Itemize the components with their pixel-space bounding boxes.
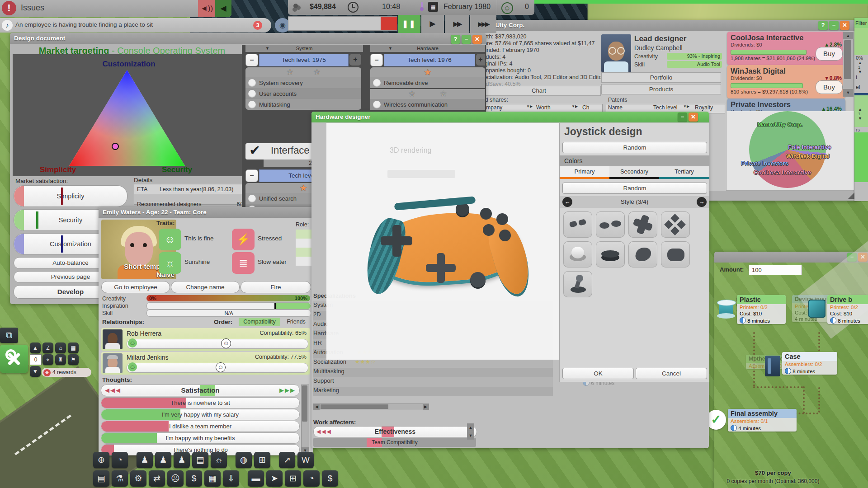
node-plastic[interactable]: Plastic Printers: 0/2 Cost: $10 8 minute…	[718, 295, 786, 324]
ok-button[interactable]: OK	[562, 368, 634, 379]
role-option[interactable]	[296, 257, 313, 266]
role-option[interactable]	[296, 239, 313, 248]
team-icon[interactable]: ♟	[155, 452, 171, 468]
style-option-discs[interactable]	[596, 211, 625, 238]
scroll-down-icon[interactable]: ▼	[843, 89, 853, 96]
amount-input[interactable]: 100	[749, 265, 802, 275]
checkbox-icon[interactable]	[248, 101, 256, 108]
card-icon[interactable]: ▬	[248, 470, 264, 487]
courier-icon[interactable]: ➤	[266, 470, 283, 487]
checkbox-icon[interactable]	[248, 195, 256, 202]
neutral-face-icon[interactable]: ☺	[216, 362, 226, 372]
tools-wrench-button[interactable]	[0, 345, 28, 373]
tab-secondary[interactable]: Secondary	[609, 166, 659, 179]
resize-handle[interactable]	[848, 192, 854, 199]
random-color-button[interactable]: Random	[562, 183, 707, 194]
relationship-slider[interactable]: ☺ ☺	[127, 363, 308, 373]
category-header-system[interactable]: ▼ System	[245, 45, 363, 52]
grid-icon[interactable]: ▦	[68, 343, 79, 353]
col-royalty[interactable]: Royalty	[695, 104, 713, 111]
fire-button[interactable]: Fire	[241, 281, 311, 293]
finance-icon[interactable]: $	[322, 470, 338, 487]
horizontal-scrollbar[interactable]: ◀ ▶	[313, 404, 429, 410]
research-flask-icon[interactable]: ⚗	[112, 470, 128, 487]
tech-decrease-button[interactable]: −	[245, 54, 258, 66]
tech-increase-button[interactable]: +	[349, 54, 361, 66]
collapse-icon[interactable]: ▼	[265, 45, 269, 52]
transfer-icon[interactable]: ⇄	[149, 470, 165, 487]
macroulty-titlebar[interactable]: MacroUlty Corp.	[473, 20, 857, 31]
order-compatibility-tab[interactable]: Compatibility	[239, 318, 280, 326]
help-button[interactable]: ?	[451, 35, 460, 44]
hardware-designer-titlebar[interactable]: Hardware designer	[311, 112, 709, 122]
style-option-dpad[interactable]	[628, 211, 657, 238]
chart-tab[interactable]: Chart	[477, 86, 601, 96]
stocks-scrollbar[interactable]: ▲ ▼	[843, 32, 854, 97]
relationship-row[interactable]: Millard Jenkins Compatibility: 77.5% ☺ ☺	[101, 352, 310, 375]
buy-button[interactable]: Buy	[816, 47, 843, 61]
spec-row[interactable]: Multitasking	[313, 368, 553, 377]
feature-item[interactable]: User accounts	[245, 88, 361, 99]
style-next-icon[interactable]: →	[697, 197, 707, 207]
sort-icon[interactable]: ▼▶	[683, 104, 689, 108]
thoughts-scrollbar[interactable]: ▼	[301, 385, 309, 454]
rotate-icon[interactable]: Z	[42, 343, 53, 353]
distribution-pie-icon[interactable]: ◔	[303, 470, 320, 487]
relationship-row[interactable]: Rob Herrera Compatibility: 65% ☺ ☺	[101, 328, 310, 351]
edge-stepper[interactable]: ▲1▼	[854, 95, 868, 121]
checkbox-icon[interactable]	[248, 79, 256, 87]
employee-titlebar[interactable]: Emily Waters - Age: 22 - Team: Core	[99, 207, 313, 218]
scroll-thumb[interactable]	[302, 385, 307, 422]
minimize-button[interactable]: −	[462, 35, 471, 44]
mute-speaker-icon[interactable]: ◄))	[198, 0, 215, 17]
col-worth[interactable]: Worth	[536, 104, 551, 111]
cancel-button[interactable]: Cancel	[636, 368, 707, 379]
relationship-slider[interactable]: ☺ ☺	[127, 339, 308, 349]
stock-card-cooljosa[interactable]: CoolJosa Interactive Dividends: $0 ▲2.8%…	[727, 32, 845, 65]
feature-item[interactable]: Removable drive	[370, 77, 485, 88]
style-option-puck[interactable]	[596, 241, 625, 267]
node-case[interactable]: Case Assemblers: 0/2 8 minutes	[765, 352, 837, 375]
change-name-button[interactable]: Change name	[171, 281, 240, 293]
spec-row[interactable]: Socialization★★★☆	[313, 358, 553, 368]
feature-item[interactable]: Wireless communication	[370, 99, 485, 110]
vertical-stepper[interactable]: ▲ ▼	[467, 423, 474, 439]
feature-item[interactable]: Multitasking	[245, 99, 361, 110]
go-to-employee-button[interactable]: Go to employee	[101, 281, 170, 293]
flag-icon[interactable]: ⚑	[68, 354, 79, 365]
chart-up-icon[interactable]: ↗	[279, 452, 295, 468]
node-drive[interactable]: Drive b Printers: 0/2 Cost: $10 8 minute…	[809, 295, 868, 324]
effectiveness-row[interactable]: ◀◀◀ ▶ Effectiveness	[313, 426, 477, 437]
col-change[interactable]: Ch	[582, 104, 589, 111]
tech-decrease-button[interactable]: −	[370, 54, 383, 66]
neutral-face-icon[interactable]: ☺	[221, 338, 231, 348]
tab-primary[interactable]: Primary	[560, 166, 609, 179]
buy-button[interactable]: Buy	[816, 80, 843, 94]
salary-icon[interactable]: $	[186, 470, 202, 487]
home-icon[interactable]: ⌂	[55, 343, 66, 353]
checkbox-icon[interactable]	[373, 79, 381, 87]
ledger-icon[interactable]: ⊞	[285, 470, 301, 487]
joystick-3d-preview[interactable]	[367, 186, 530, 322]
role-option[interactable]	[296, 230, 313, 239]
scroll-thumb[interactable]	[321, 404, 388, 409]
tab-tertiary[interactable]: Tertiary	[659, 166, 709, 179]
layers-icon[interactable]: ⧉	[0, 328, 18, 343]
collapse-icon[interactable]: ▼	[388, 45, 392, 52]
help-button[interactable]: ?	[818, 21, 828, 30]
fast-forward-button[interactable]: ▶▶	[445, 15, 469, 33]
minimize-button[interactable]: −	[678, 113, 687, 122]
minimize-button[interactable]: −	[829, 21, 839, 30]
random-design-button[interactable]: Random	[562, 142, 707, 153]
document-icon[interactable]: ▤	[93, 470, 109, 487]
download-icon[interactable]: ⇩	[223, 470, 239, 487]
scroll-up-icon[interactable]: ▲	[843, 32, 853, 39]
fastest-forward-button[interactable]: ▶▶▶	[470, 15, 496, 33]
sort-icon[interactable]: ▼▶	[571, 104, 578, 108]
market-target-marker[interactable]	[112, 143, 119, 150]
style-prev-icon[interactable]: ←	[562, 197, 572, 207]
col-tech-level[interactable]: Tech level	[653, 104, 677, 111]
style-option-rounded[interactable]	[661, 241, 690, 267]
close-icon[interactable]: ✕	[689, 113, 698, 122]
pause-button[interactable]: ❚❚	[398, 15, 420, 33]
